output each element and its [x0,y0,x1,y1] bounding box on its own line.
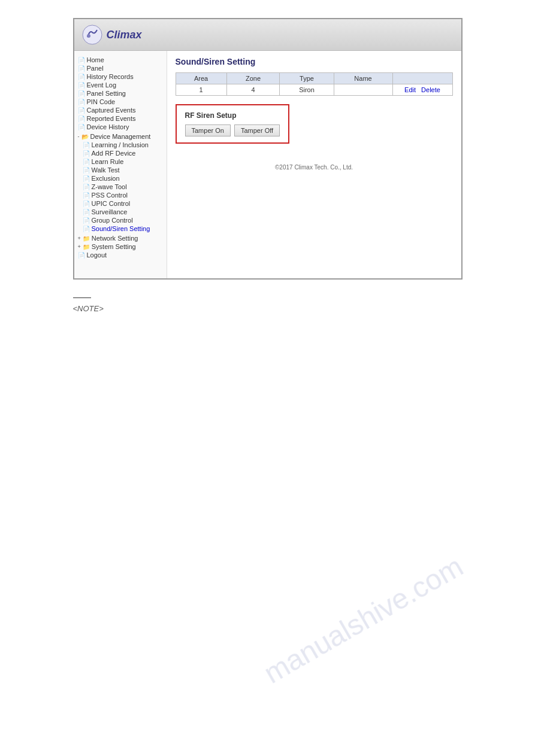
folder-closed-icon: 📁 [83,235,90,242]
collapse-icon: - [78,133,80,139]
sidebar-link-add-rf-device[interactable]: Add RF Device [92,150,136,157]
sidebar-link-upic-control[interactable]: UPIC Control [92,200,131,207]
page-icon: 📄 [83,217,90,224]
col-header-zone: Zone [226,73,280,84]
siren-table: Area Zone Type Name 1 4 Siron [176,72,453,96]
delete-link[interactable]: Delete [421,86,440,93]
sidebar-item-learn-rule[interactable]: 📄 Learn Rule [81,157,164,166]
svg-point-1 [87,34,90,38]
sidebar-item-panel-setting[interactable]: 📄 Panel Setting [77,89,164,98]
sidebar-link-panel[interactable]: Panel [87,65,104,72]
sidebar-link-zwave-tool[interactable]: Z-wave Tool [92,183,127,190]
rf-setup-title: RF Siren Setup [185,111,280,120]
folder-closed-icon: 📁 [83,244,90,250]
page-icon: 📄 [83,159,90,165]
rf-setup-box: RF Siren Setup Tamper On Tamper Off [176,104,290,144]
sidebar-link-system-setting[interactable]: System Setting [92,243,136,250]
device-management-group: 📄 Learning / Inclusion 📄 Add RF Device 📄… [81,141,164,233]
page-icon: 📄 [78,107,85,114]
sidebar-link-learn-rule[interactable]: Learn Rule [92,158,124,165]
sidebar-link-device-management[interactable]: Device Management [90,133,151,140]
cell-name [334,84,392,96]
sidebar-item-group-control[interactable]: 📄 Group Control [81,216,164,224]
sidebar-item-pin-code[interactable]: 📄 PIN Code [77,98,164,106]
sidebar-item-device-management[interactable]: - 📂 Device Management [77,132,164,141]
col-header-name: Name [334,73,392,84]
sidebar-item-panel[interactable]: 📄 Panel [77,64,164,72]
page-icon: 📄 [83,184,90,190]
folder-open-icon: 📂 [81,133,89,140]
sidebar-item-history-records[interactable]: 📄 History Records [77,72,164,81]
sidebar-item-logout[interactable]: 📄 Logout [77,251,164,259]
sidebar-link-network-setting[interactable]: Network Setting [92,235,138,242]
sidebar: 📄 Home 📄 Panel 📄 History Records 📄 Event… [74,51,167,278]
page-icon: 📄 [78,65,85,72]
svg-point-0 [83,25,102,44]
logo-text: Climax [107,29,142,41]
sidebar-link-sound-siren-setting[interactable]: Sound/Siren Setting [92,225,150,232]
page-icon: 📄 [83,150,90,157]
sidebar-link-home[interactable]: Home [87,56,104,63]
logo-area: Climax [81,24,142,45]
sidebar-item-add-rf-device[interactable]: 📄 Add RF Device [81,149,164,157]
sidebar-item-upic-control[interactable]: 📄 UPIC Control [81,199,164,208]
page-icon: 📄 [83,201,90,207]
content-area: Sound/Siren Setting Area Zone Type Name [167,51,461,278]
sidebar-item-event-log[interactable]: 📄 Event Log [77,81,164,89]
footer-copyright: ©2017 Climax Tech. Co., Ltd. [176,164,453,171]
sidebar-link-group-control[interactable]: Group Control [92,217,133,224]
sidebar-link-event-log[interactable]: Event Log [87,81,117,89]
sidebar-item-network-setting[interactable]: + 📁 Network Setting [77,234,164,242]
sidebar-item-captured-events[interactable]: 📄 Captured Events [77,106,164,114]
sidebar-item-zwave-tool[interactable]: 📄 Z-wave Tool [81,183,164,191]
cell-type: Siron [280,84,334,96]
sidebar-link-device-history[interactable]: Device History [87,123,129,130]
sidebar-link-exclusion[interactable]: Exclusion [92,175,120,182]
climax-logo-icon [81,24,103,45]
sidebar-item-reported-events[interactable]: 📄 Reported Events [77,114,164,123]
col-header-actions [392,73,452,84]
page-icon: 📄 [78,124,85,130]
page-icon: 📄 [83,209,90,215]
tamper-on-button[interactable]: Tamper On [185,125,231,136]
cell-zone: 4 [226,84,280,96]
sidebar-item-surveillance[interactable]: 📄 Surveillance [81,208,164,216]
sidebar-item-device-history[interactable]: 📄 Device History [77,123,164,131]
page-icon: 📄 [78,74,85,80]
sidebar-link-history-records[interactable]: History Records [87,73,134,80]
browser-frame: Climax 📄 Home 📄 Panel 📄 History Records [73,18,463,280]
sidebar-link-walk-test[interactable]: Walk Test [92,166,120,174]
page-icon: 📄 [78,116,85,122]
divider-line [73,297,91,298]
sidebar-link-learning-inclusion[interactable]: Learning / Inclusion [92,141,149,148]
table-row: 1 4 Siron Edit Delete [176,84,452,96]
sidebar-link-pss-control[interactable]: PSS Control [92,192,128,199]
edit-link[interactable]: Edit [404,86,416,93]
sidebar-link-reported-events[interactable]: Reported Events [87,115,136,122]
page-icon: 📄 [83,142,90,148]
page-icon: 📄 [83,226,90,232]
sidebar-link-pin-code[interactable]: PIN Code [87,98,116,105]
sidebar-item-learning-inclusion[interactable]: 📄 Learning / Inclusion [81,141,164,149]
tamper-off-button[interactable]: Tamper Off [234,125,280,136]
sidebar-link-captured-events[interactable]: Captured Events [87,107,136,114]
header-bar: Climax [74,19,461,51]
page-icon: 📄 [83,192,90,199]
page-icon: 📄 [83,175,90,182]
page-icon: 📄 [78,252,85,259]
sidebar-item-home[interactable]: 📄 Home [77,56,164,64]
sidebar-item-exclusion[interactable]: 📄 Exclusion [81,174,164,183]
page-icon: 📄 [78,90,85,97]
expand-icon: + [78,244,81,250]
page-icon: 📄 [78,99,85,105]
sidebar-link-logout[interactable]: Logout [87,251,107,259]
sidebar-item-pss-control[interactable]: 📄 PSS Control [81,191,164,199]
below-frame: <NOTE> [73,280,463,325]
sidebar-link-panel-setting[interactable]: Panel Setting [87,90,126,97]
sidebar-item-system-setting[interactable]: + 📁 System Setting [77,242,164,251]
note-text: <NOTE> [73,304,463,313]
page-icon: 📄 [78,82,85,89]
sidebar-link-surveillance[interactable]: Surveillance [92,208,128,215]
sidebar-item-sound-siren-setting[interactable]: 📄 Sound/Siren Setting [81,224,164,233]
sidebar-item-walk-test[interactable]: 📄 Walk Test [81,166,164,174]
